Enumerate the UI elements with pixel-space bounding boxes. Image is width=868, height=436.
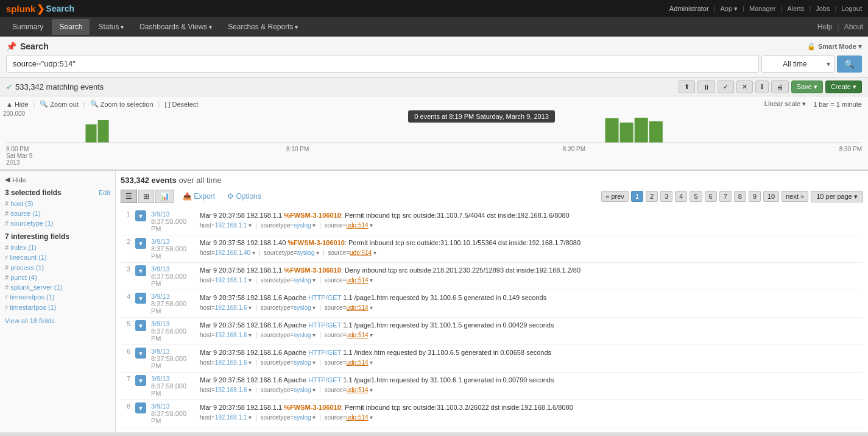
- page-btn-1[interactable]: 1: [631, 191, 643, 202]
- field-linecount[interactable]: ♯ linecount (1): [5, 253, 110, 262]
- nav-searches[interactable]: Searches & Reports: [221, 19, 305, 35]
- create-button[interactable]: Create ▾: [825, 80, 862, 93]
- event-source-link[interactable]: udp:514: [346, 387, 368, 393]
- page-btn-9[interactable]: 9: [749, 191, 761, 202]
- page-btn-8[interactable]: 8: [734, 191, 746, 202]
- event-host-link[interactable]: 192.168.1.40: [215, 249, 250, 256]
- event-sourcetype-link[interactable]: syslog: [294, 359, 311, 366]
- event-sourcetype-link[interactable]: syslog: [294, 332, 311, 338]
- field-index[interactable]: # index (1): [5, 243, 110, 252]
- event-expand-btn[interactable]: ▼: [135, 293, 146, 304]
- event-host-link[interactable]: 192.168.1.1: [215, 222, 247, 229]
- field-process[interactable]: # process (1): [5, 263, 110, 272]
- toolbar-info-btn[interactable]: ℹ: [755, 80, 769, 93]
- edit-fields-link[interactable]: Edit: [99, 189, 110, 196]
- page-btn-10[interactable]: 10: [763, 191, 779, 202]
- field-punct[interactable]: # punct (4): [5, 273, 110, 282]
- nav-jobs[interactable]: Jobs: [816, 5, 830, 12]
- field-host[interactable]: # host (3): [5, 199, 110, 208]
- event-expand-btn[interactable]: ▼: [135, 210, 146, 221]
- event-expand-btn[interactable]: ▼: [135, 375, 146, 386]
- event-host-link[interactable]: 192.168.1.6: [215, 304, 247, 311]
- toolbar-x-btn[interactable]: ✕: [736, 80, 753, 93]
- nav-summary[interactable]: Summary: [5, 19, 51, 35]
- event-source-link[interactable]: udp:514: [346, 332, 368, 338]
- table-view-btn[interactable]: ⊞: [138, 190, 154, 203]
- event-sourcetype-link[interactable]: syslog: [294, 387, 311, 393]
- event-expand-btn[interactable]: ▼: [135, 320, 146, 331]
- options-btn[interactable]: ⚙ Options: [224, 190, 265, 202]
- page-btn-5[interactable]: 5: [690, 191, 702, 202]
- event-sourcetype-link[interactable]: syslog: [294, 414, 311, 421]
- page-btn-4[interactable]: 4: [675, 191, 687, 202]
- field-splunk-server[interactable]: # splunk_server (1): [5, 283, 110, 291]
- event-time[interactable]: 3/9/13 8:37:58.000 PM: [149, 400, 197, 427]
- page-btn-6[interactable]: 6: [705, 191, 717, 202]
- field-timeendpos[interactable]: ♯ timeendpos (1): [5, 293, 110, 302]
- chart-view-btn[interactable]: 📊: [155, 190, 174, 203]
- field-source[interactable]: # source (1): [5, 209, 110, 218]
- field-timestartpos[interactable]: ♯ timestartpos (1): [5, 303, 110, 312]
- smart-mode-selector[interactable]: 🔒 Smart Mode ▾: [807, 43, 862, 51]
- event-source-link[interactable]: udp:514: [350, 249, 372, 256]
- toolbar-check-btn[interactable]: ✓: [718, 80, 734, 93]
- per-page-btn[interactable]: 10 per page ▾: [811, 191, 863, 202]
- export-btn[interactable]: 📤 Export: [179, 190, 219, 202]
- deselect-btn[interactable]: [ ] Deselect: [164, 101, 198, 108]
- nav-manager[interactable]: Manager: [749, 5, 775, 12]
- list-view-btn[interactable]: ☰: [121, 190, 137, 203]
- save-button[interactable]: Save ▾: [791, 80, 823, 93]
- view-all-fields-link[interactable]: View all 18 fields: [5, 317, 110, 324]
- nav-search[interactable]: Search: [52, 19, 90, 35]
- nav-about[interactable]: About: [844, 23, 863, 31]
- event-host-link[interactable]: 192.168.1.6: [215, 359, 247, 366]
- nav-app[interactable]: App ▾: [720, 5, 738, 13]
- event-time[interactable]: 3/9/13 8:37:58.000 PM: [149, 373, 197, 400]
- page-btn-3[interactable]: 3: [660, 191, 672, 202]
- event-sourcetype-link[interactable]: syslog: [294, 222, 311, 229]
- event-source-link[interactable]: udp:514: [346, 277, 368, 284]
- event-expand-btn[interactable]: ▼: [135, 402, 146, 413]
- event-source-link[interactable]: udp:514: [346, 304, 368, 311]
- event-sourcetype-link[interactable]: syslog: [294, 304, 311, 311]
- event-expand-btn[interactable]: ▼: [135, 348, 146, 359]
- event-source-link[interactable]: udp:514: [346, 359, 368, 366]
- event-time[interactable]: 3/9/13 8:37:58.000 PM: [149, 318, 197, 345]
- event-expand-btn[interactable]: ▼: [135, 265, 146, 276]
- event-sourcetype-link[interactable]: syslog: [294, 277, 311, 284]
- next-page-btn[interactable]: next »: [782, 191, 808, 202]
- linear-scale-btn[interactable]: Linear scale ▾: [764, 100, 806, 108]
- event-time[interactable]: 3/9/13 8:37:58.000 PM: [149, 290, 197, 318]
- timeline-hide-btn[interactable]: ▲ Hide: [6, 101, 29, 108]
- prev-page-btn[interactable]: « prev: [601, 191, 629, 202]
- event-host-link[interactable]: 192.168.1.1: [215, 277, 247, 284]
- toolbar-print-btn[interactable]: 🖨: [771, 80, 789, 93]
- page-btn-2[interactable]: 2: [646, 191, 658, 202]
- nav-status[interactable]: Status: [91, 19, 131, 35]
- event-source-link[interactable]: udp:514: [346, 222, 368, 229]
- search-button[interactable]: 🔍: [837, 55, 862, 73]
- sidebar-hide-btn[interactable]: ◀ Hide: [5, 176, 110, 184]
- event-host-link[interactable]: 192.168.1.6: [215, 332, 247, 338]
- event-time[interactable]: 3/9/13 8:37:58.000 PM: [149, 235, 197, 263]
- time-range-button[interactable]: All time: [761, 55, 834, 73]
- field-sourcetype[interactable]: # sourcetype (1): [5, 219, 110, 227]
- event-time[interactable]: 3/9/13 8:37:58.000 PM: [149, 208, 197, 235]
- nav-dashboards[interactable]: Dashboards & Views: [132, 19, 219, 35]
- zoom-out-btn[interactable]: 🔍 Zoom out: [40, 100, 78, 108]
- event-time[interactable]: 3/9/13 8:37:58.000 PM: [149, 263, 197, 290]
- event-host-link[interactable]: 192.168.1.6: [215, 387, 247, 393]
- smart-mode-label[interactable]: Smart Mode ▾: [818, 43, 862, 51]
- zoom-to-selection-btn[interactable]: 🔍 Zoom to selection: [90, 100, 153, 108]
- event-expand-btn[interactable]: ▼: [135, 238, 146, 249]
- toolbar-pause2-btn[interactable]: ⏸: [697, 80, 715, 93]
- event-host-link[interactable]: 192.168.1.1: [215, 414, 247, 421]
- nav-alerts[interactable]: Alerts: [787, 5, 804, 12]
- nav-logout[interactable]: Logout: [841, 5, 862, 12]
- event-source-link[interactable]: udp:514: [346, 414, 368, 421]
- nav-help[interactable]: Help: [817, 23, 833, 31]
- event-sourcetype-link[interactable]: syslog: [297, 249, 314, 256]
- search-input[interactable]: [6, 55, 759, 73]
- toolbar-pause-btn[interactable]: ⬆: [679, 80, 695, 93]
- event-time[interactable]: 3/9/13 8:37:58.000 PM: [149, 345, 197, 373]
